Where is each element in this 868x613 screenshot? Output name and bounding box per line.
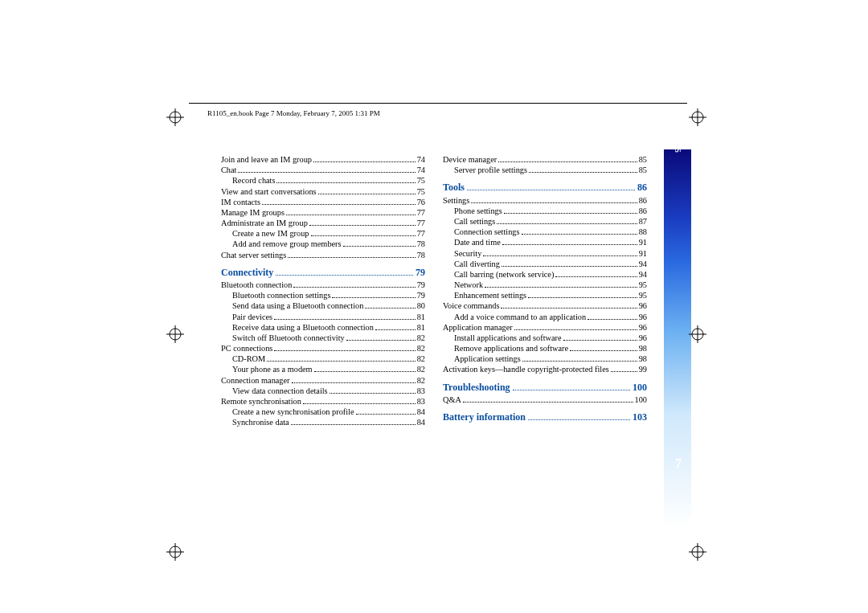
toc-label: Application settings — [454, 353, 521, 364]
toc-label: IM contacts — [221, 197, 260, 207]
toc-page: 82 — [417, 353, 425, 364]
toc-entry: Switch off Bluetooth connectivity82 — [221, 333, 425, 343]
toc-section-heading: Tools86 — [443, 182, 647, 194]
toc-page: 91 — [639, 237, 647, 247]
toc-page: 98 — [639, 353, 647, 364]
toc-page: 86 — [639, 206, 647, 216]
toc-label: Administrate an IM group — [221, 218, 308, 228]
toc-leader-dots — [332, 292, 415, 299]
toc-entry: Date and time91 — [443, 237, 647, 247]
toc-leader-dots — [483, 250, 637, 256]
toc-label: Call diverting — [454, 259, 500, 269]
toc-leader-dots — [292, 377, 416, 383]
toc-page: 83 — [417, 396, 425, 407]
toc-page: 82 — [417, 333, 425, 343]
toc-entry: Device manager85 — [443, 154, 647, 165]
toc-entry: View and start conversations75 — [221, 186, 425, 197]
toc-page: 82 — [417, 375, 425, 386]
toc-page: 94 — [639, 259, 647, 269]
toc-section-heading: Battery information103 — [443, 411, 647, 423]
toc-leader-dots — [238, 166, 415, 173]
toc-entry: Enhancement settings95 — [443, 290, 647, 300]
toc-leader-dots — [563, 334, 637, 341]
toc-page: 78 — [417, 239, 425, 249]
toc-page: 75 — [417, 175, 425, 186]
toc-page: 81 — [417, 312, 425, 322]
toc-label: Manage IM groups — [221, 207, 285, 218]
toc-page: 84 — [417, 417, 425, 427]
toc-column-left: Join and leave an IM group74Chat74Record… — [221, 154, 425, 427]
toc-leader-dots — [303, 398, 416, 404]
toc-entry: Chat74 — [221, 165, 425, 175]
toc-leader-dots — [497, 218, 637, 224]
toc-entry: Install applications and software96 — [443, 333, 647, 343]
toc-entry: Network95 — [443, 280, 647, 290]
toc-entry: Remove applications and software98 — [443, 343, 647, 353]
toc-entry: Q&A100 — [443, 394, 647, 405]
toc-entry: Phone settings86 — [443, 206, 647, 216]
toc-leader-dots — [528, 292, 637, 299]
toc-label: Voice commands — [443, 300, 499, 311]
toc-leader-dots — [522, 356, 637, 362]
crop-mark-icon — [166, 325, 184, 343]
toc-entry: Call barring (network service)94 — [443, 269, 647, 280]
toc-leader-dots — [504, 207, 637, 214]
toc-entry: Remote synchronisation83 — [221, 396, 425, 407]
toc-label: Tools — [443, 182, 465, 194]
toc-label: Join and leave an IM group — [221, 154, 312, 165]
toc-entry: PC connections82 — [221, 343, 425, 353]
toc-label: Date and time — [454, 237, 501, 247]
toc-label: Network — [454, 280, 483, 290]
toc-leader-dots — [611, 366, 637, 373]
toc-leader-dots — [513, 383, 630, 390]
toc-entry: Security91 — [443, 248, 647, 259]
toc-page: 96 — [639, 300, 647, 311]
toc-entry: Receive data using a Bluetooth connectio… — [221, 322, 425, 333]
toc-entry: Add and remove group members78 — [221, 239, 425, 249]
toc-entry: Create a new synchronisation profile84 — [221, 407, 425, 417]
toc-leader-dots — [471, 197, 637, 203]
page-number: 7 — [675, 456, 682, 471]
toc-leader-dots — [502, 239, 637, 246]
toc-leader-dots — [309, 219, 416, 226]
toc-page: 82 — [417, 364, 425, 374]
toc-page: 79 — [416, 267, 425, 279]
toc-leader-dots — [356, 408, 416, 415]
toc-entry: Your phone as a modem82 — [221, 364, 425, 374]
toc-entry: Voice commands96 — [443, 300, 647, 311]
toc-page: 99 — [639, 364, 647, 374]
toc-page: 87 — [639, 216, 647, 227]
toc-page: 77 — [417, 218, 425, 228]
toc-column-right: Device manager85Server profile settings8… — [443, 154, 647, 427]
toc-label: Phone settings — [454, 206, 502, 216]
toc-leader-dots — [293, 281, 415, 288]
toc-leader-dots — [288, 251, 415, 258]
side-tab-label: Contents — [672, 112, 685, 153]
toc-label: Security — [454, 248, 481, 259]
toc-page: 95 — [639, 280, 647, 290]
toc-page: 79 — [417, 290, 425, 300]
toc-label: CD-ROM — [232, 353, 265, 364]
toc-page: 86 — [639, 195, 647, 206]
toc-entry: Pair devices81 — [221, 312, 425, 322]
toc-page: 84 — [417, 407, 425, 417]
toc-label: Bluetooth connection — [221, 280, 292, 290]
toc-leader-dots — [330, 387, 416, 394]
toc-leader-dots — [501, 303, 637, 309]
toc-leader-dots — [291, 419, 416, 426]
toc-label: Connection settings — [454, 227, 520, 237]
toc-entry: Join and leave an IM group74 — [221, 154, 425, 165]
toc-entry: Record chats75 — [221, 175, 425, 186]
toc-leader-dots — [375, 324, 416, 330]
toc-entry: Activation keys—handle copyright-protect… — [443, 364, 647, 374]
toc-label: Connection manager — [221, 375, 290, 386]
toc-page: 85 — [639, 165, 647, 175]
toc-label: View data connection details — [232, 386, 328, 396]
toc-page: 96 — [639, 312, 647, 322]
toc-page: 94 — [639, 269, 647, 280]
toc-leader-dots — [262, 198, 416, 205]
toc-page: 88 — [639, 227, 647, 237]
toc-entry: Add a voice command to an application96 — [443, 312, 647, 322]
toc-page: 78 — [417, 250, 425, 260]
toc-label: Application manager — [443, 322, 513, 333]
